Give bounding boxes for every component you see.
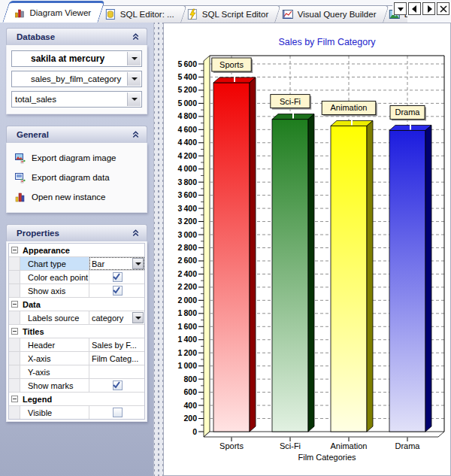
property-group-titles[interactable]: Titles (9, 325, 144, 338)
y-tick-label: 4 600 (178, 125, 198, 134)
collapse-group-icon[interactable] (11, 328, 18, 335)
column-select[interactable]: total_sales (11, 91, 142, 108)
action-label: Export diagram data (32, 173, 110, 182)
property-value: category (92, 314, 123, 323)
column-dropdown-button[interactable] (127, 92, 141, 106)
scroll-tabs-left-button[interactable] (408, 2, 421, 15)
chart-left-wall (204, 56, 210, 437)
database-panel-header[interactable]: Database (6, 28, 147, 45)
y-tick-label: 4 800 (178, 111, 198, 120)
connection-dropdown-button[interactable] (127, 52, 141, 65)
y-tick-label: 2 800 (178, 243, 198, 252)
tab-controls (392, 2, 449, 15)
chevron-down-icon (132, 98, 138, 101)
property-checkbox[interactable] (113, 286, 123, 296)
chart-floor (204, 432, 444, 437)
chevron-down-icon (135, 262, 141, 265)
action-label: Open new instance (32, 193, 105, 202)
property-row-show-marks[interactable]: Show marks (9, 379, 144, 393)
group-label: Titles (20, 325, 144, 338)
y-tick-label: 2 200 (178, 282, 198, 291)
property-label: Show axis (20, 284, 89, 297)
property-row-visible[interactable]: Visible (9, 406, 144, 419)
connection-select[interactable]: sakila at mercury (11, 50, 142, 67)
y-tick-label: 5 400 (178, 72, 198, 81)
x-category-label: Animation (331, 441, 368, 450)
tab-diagram-viewer[interactable]: Diagram Viewer (2, 1, 104, 23)
collapse-chevron-icon (131, 129, 141, 139)
properties-panel-header[interactable]: Properties (6, 224, 147, 241)
y-tick-label: 2 000 (178, 296, 198, 305)
property-checkbox[interactable] (113, 380, 123, 390)
check-icon (111, 380, 123, 392)
y-tick-label: 4 400 (178, 138, 198, 147)
property-row-x-axis[interactable]: X-axisFilm Categ... (9, 352, 144, 365)
collapse-group-icon[interactable] (11, 247, 18, 253)
property-value: Film Categ... (92, 354, 138, 363)
connection-value: sakila at mercury (31, 53, 104, 64)
action-export-diagram-image[interactable]: Export diagram image (11, 148, 142, 168)
property-group-data[interactable]: Data (9, 298, 144, 311)
check-icon (111, 271, 123, 283)
property-row-show-axis[interactable]: Show axis (9, 284, 144, 298)
y-tick-label: 0 (192, 427, 197, 436)
bar-sports: Sports (212, 58, 256, 432)
y-tick-label: 2 600 (178, 256, 198, 265)
y-tick-label: 1 000 (178, 361, 198, 370)
tab-visual-query-builder[interactable]: Visual Query Builder (271, 5, 389, 23)
tab-sql-script-editor[interactable]: SQL Script Editor (176, 5, 282, 23)
property-dropdown-button[interactable] (132, 258, 144, 269)
column-value: total_sales (15, 95, 56, 104)
group-label: Legend (20, 393, 144, 405)
bar-chart: Sales by Film Category02004006008001 000… (164, 23, 450, 475)
properties-panel-title: Properties (17, 229, 59, 238)
export-data-icon (14, 171, 26, 183)
property-checkbox[interactable] (113, 408, 123, 417)
diagram-area: Sales by Film Category02004006008001 000… (163, 23, 451, 476)
prev-icon (409, 3, 421, 15)
scroll-tabs-right-button[interactable] (422, 2, 435, 15)
property-checkbox[interactable] (113, 272, 123, 282)
property-group-appearance[interactable]: Appearance (9, 244, 144, 257)
object-select[interactable]: sales_by_film_category (11, 71, 142, 87)
bar-drama: Drama (389, 105, 431, 432)
y-tick-label: 4 200 (178, 151, 198, 160)
action-open-new-instance[interactable]: Open new instance (11, 187, 142, 207)
property-row-labels-source[interactable]: Labels sourcecategory (9, 311, 144, 325)
close-tab-button[interactable] (437, 2, 449, 15)
action-export-diagram-data[interactable]: Export diagram data (11, 168, 142, 187)
y-tick-label: 2 400 (178, 269, 198, 278)
query-builder-icon (282, 8, 294, 20)
property-row-header[interactable]: HeaderSales by F... (9, 338, 144, 352)
tabs-strip: Diagram ViewerSQL Editor: ...SQL Script … (0, 0, 407, 23)
collapse-group-icon[interactable] (11, 396, 18, 402)
object-dropdown-button[interactable] (127, 72, 141, 86)
view-icon (15, 73, 27, 85)
x-category-label: Sports (219, 441, 244, 450)
bar-sci-fi: Sci-Fi (271, 95, 314, 432)
x-axis-title: Film Categories (298, 453, 356, 462)
object-value: sales_by_film_category (31, 74, 121, 83)
tab-sql-editor[interactable]: SQL Editor: ... (93, 5, 186, 23)
properties-panel-body: AppearanceChart typeBarColor each pointS… (6, 241, 147, 422)
y-tick-label: 3 000 (178, 230, 198, 239)
property-row-color-each-point[interactable]: Color each point (9, 271, 144, 284)
sidebar-splitter[interactable] (153, 23, 163, 476)
property-dropdown-button[interactable] (132, 312, 144, 323)
next-icon (423, 3, 435, 15)
general-panel-header[interactable]: General (6, 126, 147, 143)
property-row-y-axis[interactable]: Y-axis (9, 365, 144, 379)
collapse-group-icon[interactable] (11, 301, 18, 308)
close-icon (437, 3, 449, 15)
sidebar: Database sakila at mercury sales_by_film… (0, 23, 153, 476)
property-row-chart-type[interactable]: Chart typeBar (9, 257, 144, 271)
tab-list-dropdown-button[interactable] (394, 2, 407, 15)
tab-bar: Diagram ViewerSQL Editor: ...SQL Script … (0, 0, 451, 23)
tab-label: Diagram Viewer (30, 8, 92, 17)
action-label: Export diagram image (32, 153, 117, 162)
property-label: Color each point (20, 271, 89, 283)
tab-label: SQL Script Editor (202, 10, 268, 19)
property-group-legend[interactable]: Legend (9, 393, 144, 406)
group-label: Appearance (20, 244, 144, 256)
y-tick-label: 200 (183, 414, 197, 423)
